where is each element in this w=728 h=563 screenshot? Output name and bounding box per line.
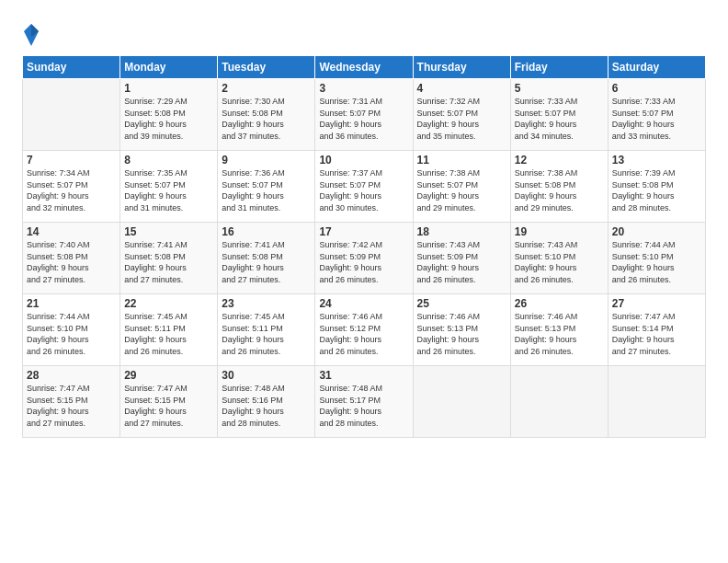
day-info: Sunrise: 7:47 AM Sunset: 5:14 PM Dayligh… [612, 311, 701, 357]
day-cell: 7Sunrise: 7:34 AM Sunset: 5:07 PM Daylig… [23, 151, 120, 223]
day-info: Sunrise: 7:33 AM Sunset: 5:07 PM Dayligh… [515, 96, 604, 142]
week-row-4: 21Sunrise: 7:44 AM Sunset: 5:10 PM Dayli… [23, 294, 706, 366]
day-info: Sunrise: 7:35 AM Sunset: 5:07 PM Dayligh… [124, 167, 213, 213]
day-cell: 1Sunrise: 7:29 AM Sunset: 5:08 PM Daylig… [120, 79, 218, 151]
header-cell-sunday: Sunday [23, 56, 120, 79]
day-info: Sunrise: 7:48 AM Sunset: 5:16 PM Dayligh… [222, 383, 311, 429]
day-number: 29 [124, 369, 213, 382]
day-info: Sunrise: 7:48 AM Sunset: 5:17 PM Dayligh… [319, 383, 408, 429]
day-number: 23 [222, 297, 311, 310]
header-cell-saturday: Saturday [608, 56, 705, 79]
day-info: Sunrise: 7:44 AM Sunset: 5:10 PM Dayligh… [27, 311, 116, 357]
day-cell: 17Sunrise: 7:42 AM Sunset: 5:09 PM Dayli… [315, 223, 413, 294]
day-info: Sunrise: 7:41 AM Sunset: 5:08 PM Dayligh… [222, 239, 311, 285]
day-info: Sunrise: 7:45 AM Sunset: 5:11 PM Dayligh… [124, 311, 213, 357]
day-cell: 4Sunrise: 7:32 AM Sunset: 5:07 PM Daylig… [413, 79, 510, 151]
day-info: Sunrise: 7:45 AM Sunset: 5:11 PM Dayligh… [222, 311, 311, 357]
day-info: Sunrise: 7:39 AM Sunset: 5:08 PM Dayligh… [612, 167, 701, 213]
day-info: Sunrise: 7:44 AM Sunset: 5:10 PM Dayligh… [612, 239, 701, 285]
day-cell: 15Sunrise: 7:41 AM Sunset: 5:08 PM Dayli… [120, 223, 218, 294]
header-cell-monday: Monday [120, 56, 218, 79]
day-number: 24 [319, 297, 408, 310]
day-info: Sunrise: 7:46 AM Sunset: 5:12 PM Dayligh… [319, 311, 408, 357]
day-cell [608, 366, 705, 438]
day-number: 11 [417, 154, 506, 167]
day-cell: 3Sunrise: 7:31 AM Sunset: 5:07 PM Daylig… [315, 79, 413, 151]
day-info: Sunrise: 7:43 AM Sunset: 5:10 PM Dayligh… [515, 239, 604, 285]
day-cell: 6Sunrise: 7:33 AM Sunset: 5:07 PM Daylig… [608, 79, 705, 151]
logo-icon [22, 22, 40, 48]
day-number: 5 [515, 82, 604, 95]
day-info: Sunrise: 7:34 AM Sunset: 5:07 PM Dayligh… [27, 167, 116, 213]
day-number: 26 [515, 297, 604, 310]
day-number: 1 [124, 82, 213, 95]
day-number: 12 [515, 154, 604, 167]
day-cell: 18Sunrise: 7:43 AM Sunset: 5:09 PM Dayli… [413, 223, 510, 294]
day-number: 9 [222, 154, 311, 167]
day-cell: 30Sunrise: 7:48 AM Sunset: 5:16 PM Dayli… [218, 366, 315, 438]
day-cell: 11Sunrise: 7:38 AM Sunset: 5:07 PM Dayli… [413, 151, 510, 223]
day-cell: 23Sunrise: 7:45 AM Sunset: 5:11 PM Dayli… [218, 294, 315, 366]
day-cell [23, 79, 120, 151]
day-info: Sunrise: 7:47 AM Sunset: 5:15 PM Dayligh… [27, 383, 116, 429]
day-number: 19 [515, 225, 604, 238]
day-info: Sunrise: 7:38 AM Sunset: 5:07 PM Dayligh… [417, 167, 506, 213]
day-number: 6 [612, 82, 701, 95]
week-row-2: 7Sunrise: 7:34 AM Sunset: 5:07 PM Daylig… [23, 151, 706, 223]
day-cell: 2Sunrise: 7:30 AM Sunset: 5:08 PM Daylig… [218, 79, 315, 151]
day-cell: 16Sunrise: 7:41 AM Sunset: 5:08 PM Dayli… [218, 223, 315, 294]
day-cell: 8Sunrise: 7:35 AM Sunset: 5:07 PM Daylig… [120, 151, 218, 223]
day-cell: 19Sunrise: 7:43 AM Sunset: 5:10 PM Dayli… [510, 223, 608, 294]
header-row: SundayMondayTuesdayWednesdayThursdayFrid… [23, 56, 706, 79]
week-row-5: 28Sunrise: 7:47 AM Sunset: 5:15 PM Dayli… [23, 366, 706, 438]
day-info: Sunrise: 7:38 AM Sunset: 5:08 PM Dayligh… [515, 167, 604, 213]
day-number: 16 [222, 225, 311, 238]
day-cell: 31Sunrise: 7:48 AM Sunset: 5:17 PM Dayli… [315, 366, 413, 438]
header-cell-friday: Friday [510, 56, 608, 79]
day-info: Sunrise: 7:33 AM Sunset: 5:07 PM Dayligh… [612, 96, 701, 142]
day-info: Sunrise: 7:46 AM Sunset: 5:13 PM Dayligh… [417, 311, 506, 357]
day-cell: 26Sunrise: 7:46 AM Sunset: 5:13 PM Dayli… [510, 294, 608, 366]
day-number: 13 [612, 154, 701, 167]
day-info: Sunrise: 7:29 AM Sunset: 5:08 PM Dayligh… [124, 96, 213, 142]
day-cell: 22Sunrise: 7:45 AM Sunset: 5:11 PM Dayli… [120, 294, 218, 366]
day-number: 4 [417, 82, 506, 95]
day-cell: 12Sunrise: 7:38 AM Sunset: 5:08 PM Dayli… [510, 151, 608, 223]
day-info: Sunrise: 7:30 AM Sunset: 5:08 PM Dayligh… [222, 96, 311, 142]
day-number: 17 [319, 225, 408, 238]
day-cell: 21Sunrise: 7:44 AM Sunset: 5:10 PM Dayli… [23, 294, 120, 366]
week-row-3: 14Sunrise: 7:40 AM Sunset: 5:08 PM Dayli… [23, 223, 706, 294]
day-cell: 9Sunrise: 7:36 AM Sunset: 5:07 PM Daylig… [218, 151, 315, 223]
day-number: 31 [319, 369, 408, 382]
day-cell: 5Sunrise: 7:33 AM Sunset: 5:07 PM Daylig… [510, 79, 608, 151]
day-cell [413, 366, 510, 438]
header [22, 18, 706, 48]
day-cell: 13Sunrise: 7:39 AM Sunset: 5:08 PM Dayli… [608, 151, 705, 223]
day-cell: 25Sunrise: 7:46 AM Sunset: 5:13 PM Dayli… [413, 294, 510, 366]
day-info: Sunrise: 7:37 AM Sunset: 5:07 PM Dayligh… [319, 167, 408, 213]
day-number: 15 [124, 225, 213, 238]
day-number: 18 [417, 225, 506, 238]
day-info: Sunrise: 7:42 AM Sunset: 5:09 PM Dayligh… [319, 239, 408, 285]
day-number: 22 [124, 297, 213, 310]
day-number: 27 [612, 297, 701, 310]
day-info: Sunrise: 7:43 AM Sunset: 5:09 PM Dayligh… [417, 239, 506, 285]
logo [22, 22, 43, 48]
day-number: 21 [27, 297, 116, 310]
day-info: Sunrise: 7:47 AM Sunset: 5:15 PM Dayligh… [124, 383, 213, 429]
day-number: 28 [27, 369, 116, 382]
day-number: 14 [27, 225, 116, 238]
day-number: 30 [222, 369, 311, 382]
day-cell: 24Sunrise: 7:46 AM Sunset: 5:12 PM Dayli… [315, 294, 413, 366]
day-number: 8 [124, 154, 213, 167]
day-info: Sunrise: 7:32 AM Sunset: 5:07 PM Dayligh… [417, 96, 506, 142]
day-number: 20 [612, 225, 701, 238]
day-info: Sunrise: 7:31 AM Sunset: 5:07 PM Dayligh… [319, 96, 408, 142]
day-number: 10 [319, 154, 408, 167]
day-cell: 28Sunrise: 7:47 AM Sunset: 5:15 PM Dayli… [23, 366, 120, 438]
day-info: Sunrise: 7:46 AM Sunset: 5:13 PM Dayligh… [515, 311, 604, 357]
day-cell: 29Sunrise: 7:47 AM Sunset: 5:15 PM Dayli… [120, 366, 218, 438]
day-info: Sunrise: 7:41 AM Sunset: 5:08 PM Dayligh… [124, 239, 213, 285]
header-cell-wednesday: Wednesday [315, 56, 413, 79]
calendar-table: SundayMondayTuesdayWednesdayThursdayFrid… [22, 55, 706, 438]
